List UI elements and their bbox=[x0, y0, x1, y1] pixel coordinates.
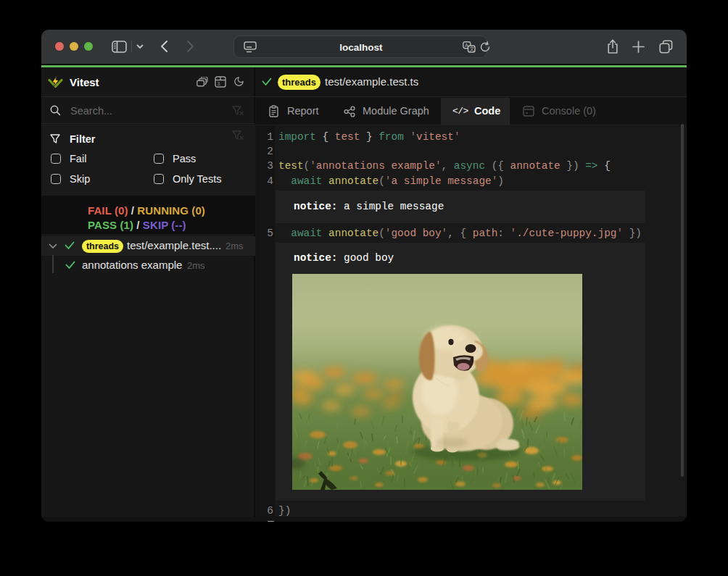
svg-text:3.: 3. bbox=[218, 81, 222, 86]
svg-text:文: 文 bbox=[470, 46, 475, 51]
